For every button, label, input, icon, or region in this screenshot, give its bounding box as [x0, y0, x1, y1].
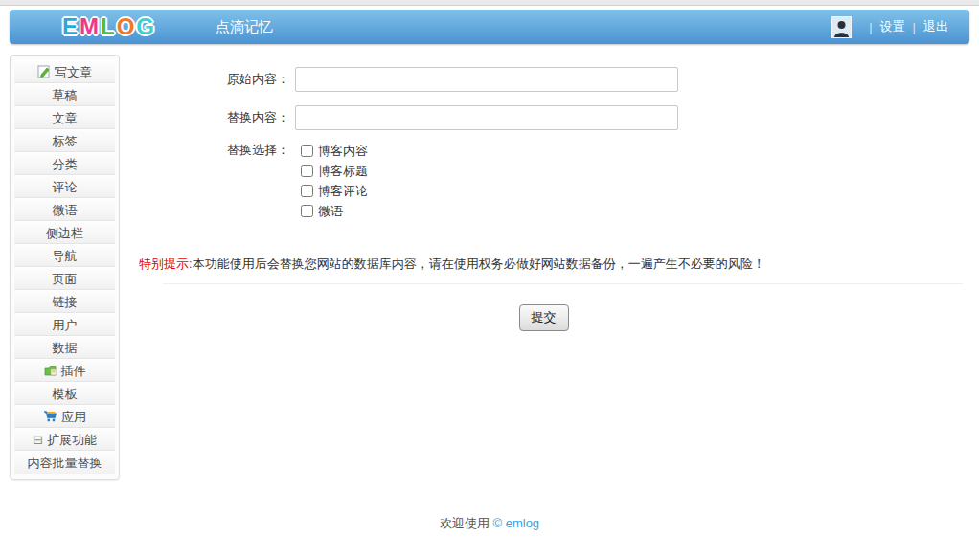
- replace-choice-group: 博客内容 博客标题 博客评论 微语: [301, 141, 368, 221]
- checkbox-label: 微语: [318, 203, 343, 220]
- page-footer: 欢迎使用 © emlog: [0, 515, 979, 532]
- footer-text: 欢迎使用: [440, 516, 493, 530]
- replace-content-input[interactable]: [295, 105, 678, 130]
- sidebar-item-drafts[interactable]: 草稿: [14, 83, 115, 106]
- logo-letter: L: [101, 13, 117, 39]
- replace-content-label: 替换内容：: [125, 109, 295, 126]
- original-content-row: 原始内容：: [125, 67, 678, 92]
- sidebar-item-label: 微语: [53, 199, 78, 221]
- replace-content-row: 替换内容：: [125, 105, 678, 130]
- sidebar-item-categories[interactable]: 分类: [14, 152, 115, 175]
- logo-letter: O: [117, 13, 137, 39]
- logo-letter: M: [80, 13, 101, 39]
- sidebar-item-label: 插件: [61, 360, 86, 382]
- sidebar-item-extensions[interactable]: ⊟ 扩展功能: [14, 428, 115, 451]
- checkbox-label: 博客评论: [318, 183, 368, 200]
- sidebar-item-label: 导航: [53, 245, 78, 267]
- blog-title-checkbox[interactable]: [301, 165, 313, 177]
- emlog-logo[interactable]: EMLOG: [62, 15, 156, 38]
- replace-choice-label: 替换选择：: [125, 142, 295, 159]
- settings-link[interactable]: 设置: [880, 18, 905, 35]
- site-title: 点滴记忆: [216, 18, 273, 36]
- blog-content-checkbox[interactable]: [301, 145, 313, 157]
- sidebar-item-tags[interactable]: 标签: [14, 129, 115, 152]
- sidebar-item-data[interactable]: 数据: [14, 336, 115, 359]
- sidebar-item-batch-replace[interactable]: 内容批量替换: [14, 451, 115, 474]
- sidebar-item-label: 用户: [53, 314, 78, 336]
- sidebar-item-navigation[interactable]: 导航: [14, 244, 115, 267]
- sidebar-item-label: 模板: [53, 383, 78, 405]
- sidebar-item-pages[interactable]: 页面: [14, 267, 115, 290]
- sidebar-item-label: 分类: [53, 153, 78, 175]
- logout-link[interactable]: 退出: [923, 18, 948, 35]
- header-separator: |: [913, 20, 916, 34]
- cart-icon: [43, 410, 57, 423]
- sidebar-item-label: 链接: [53, 291, 78, 313]
- sidebar-item-label: 文章: [53, 107, 78, 129]
- pencil-icon: [37, 65, 51, 78]
- user-avatar-icon[interactable]: [831, 16, 852, 38]
- checkbox-row-microblog[interactable]: 微语: [301, 201, 368, 221]
- original-content-label: 原始内容：: [125, 71, 295, 88]
- sidebar-item-comments[interactable]: 评论: [14, 175, 115, 198]
- logo-letter: G: [136, 13, 156, 39]
- admin-sidebar: 写文章 草稿 文章 标签 分类 评论 微语 侧边栏 导航 页面 链接 用户 数据…: [10, 55, 120, 480]
- checkbox-label: 博客标题: [318, 163, 368, 180]
- warning-text: 本功能使用后会替换您网站的数据库内容，请在使用权务必做好网站数据备份，一遍产生不…: [193, 257, 765, 271]
- emlog-link[interactable]: © emlog: [493, 516, 540, 530]
- submit-row: 提交: [125, 304, 963, 331]
- sidebar-item-label: 评论: [53, 176, 78, 198]
- content-divider: [163, 283, 963, 284]
- sidebar-item-links[interactable]: 链接: [14, 290, 115, 313]
- warning-notice: 特别提示:本功能使用后会替换您网站的数据库内容，请在使用权务必做好网站数据备份，…: [139, 256, 765, 273]
- plugin-icon: [44, 365, 57, 377]
- checkbox-row-blog-comments[interactable]: 博客评论: [301, 181, 368, 201]
- sidebar-item-microblog[interactable]: 微语: [14, 198, 115, 221]
- submit-button[interactable]: 提交: [519, 304, 569, 331]
- blog-comments-checkbox[interactable]: [301, 185, 313, 197]
- warning-prefix: 特别提示:: [139, 257, 193, 271]
- checkbox-row-blog-content[interactable]: 博客内容: [301, 141, 368, 161]
- checkbox-label: 博客内容: [318, 143, 368, 160]
- header-right: | 设置 | 退出: [831, 16, 948, 38]
- sidebar-item-sidebar-widgets[interactable]: 侧边栏: [14, 221, 115, 244]
- microblog-checkbox[interactable]: [301, 205, 313, 217]
- sidebar-item-label: 标签: [53, 130, 78, 152]
- sidebar-item-label: 写文章: [55, 61, 92, 83]
- original-content-input[interactable]: [295, 67, 678, 92]
- sidebar-item-label: 草稿: [53, 84, 78, 106]
- sidebar-item-label: 侧边栏: [46, 222, 83, 244]
- checkbox-row-blog-title[interactable]: 博客标题: [301, 161, 368, 181]
- sidebar-item-templates[interactable]: 模板: [14, 382, 115, 405]
- browser-top-strip: [0, 0, 979, 6]
- header-separator: |: [869, 20, 872, 34]
- logo-letter: E: [62, 13, 80, 39]
- sidebar-item-apps[interactable]: 应用: [14, 405, 115, 428]
- header-bar: EMLOG 点滴记忆 | 设置 | 退出: [10, 10, 969, 44]
- collapse-icon: ⊟: [33, 429, 43, 451]
- sidebar-item-label: 页面: [53, 268, 78, 290]
- sidebar-item-label: 内容批量替换: [28, 452, 102, 474]
- sidebar-item-posts[interactable]: 文章: [14, 106, 115, 129]
- sidebar-item-write-post[interactable]: 写文章: [14, 60, 115, 83]
- sidebar-item-label: 应用: [61, 406, 86, 428]
- person-silhouette: [833, 19, 850, 37]
- sidebar-item-label: 扩展功能: [47, 429, 97, 451]
- sidebar-item-plugins[interactable]: 插件: [14, 359, 115, 382]
- sidebar-item-users[interactable]: 用户: [14, 313, 115, 336]
- sidebar-item-label: 数据: [53, 337, 78, 359]
